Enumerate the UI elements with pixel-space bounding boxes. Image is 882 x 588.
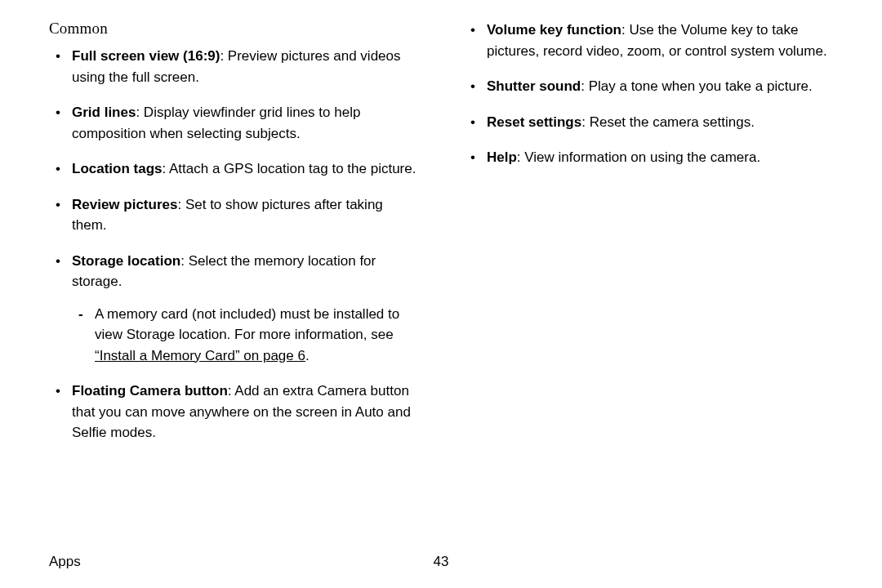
page-footer: Apps 43 (49, 554, 833, 570)
setting-help: Help: View information on using the came… (464, 147, 833, 168)
footer-section-label: Apps (49, 554, 81, 570)
setting-term: Storage location (72, 253, 180, 269)
setting-desc: : View information on using the camera. (517, 149, 760, 165)
setting-term: Volume key function (487, 22, 621, 38)
setting-term: Review pictures (72, 197, 177, 212)
note-post: . (305, 348, 310, 363)
setting-location-tags: Location tags: Attach a GPS location tag… (49, 158, 418, 180)
install-memory-card-link[interactable]: “Install a Memory Card” on page 6 (95, 348, 305, 363)
setting-term: Help (487, 149, 517, 165)
setting-desc: : Attach a GPS location tag to the pictu… (163, 161, 416, 176)
setting-review-pictures: Review pictures: Set to show pictures af… (49, 194, 418, 236)
right-column: Volume key function: Use the Volume key … (464, 20, 833, 458)
setting-reset-settings: Reset settings: Reset the camera setting… (464, 112, 833, 133)
setting-term: Floating Camera button (72, 383, 228, 399)
storage-sublist: A memory card (not included) must be ins… (72, 304, 418, 367)
setting-desc: : Reset the camera settings. (581, 114, 755, 130)
setting-grid-lines: Grid lines: Display viewfinder grid line… (49, 102, 418, 144)
settings-list-left: Full screen view (16:9): Preview picture… (49, 46, 418, 443)
storage-note: A memory card (not included) must be ins… (72, 304, 418, 367)
two-column-layout: Common Full screen view (16:9): Preview … (49, 20, 833, 458)
setting-volume-key-function: Volume key function: Use the Volume key … (464, 20, 833, 61)
settings-list-right: Volume key function: Use the Volume key … (464, 20, 833, 168)
setting-term: Full screen view (16:9) (72, 48, 220, 64)
setting-term: Grid lines (72, 105, 136, 120)
setting-term: Location tags (72, 161, 163, 176)
setting-desc: : Play a tone when you take a picture. (581, 78, 813, 94)
section-heading: Common (49, 20, 418, 38)
setting-full-screen-view: Full screen view (16:9): Preview picture… (49, 46, 418, 87)
setting-term: Shutter sound (487, 78, 581, 94)
setting-storage-location: Storage location: Select the memory loca… (49, 251, 418, 367)
setting-shutter-sound: Shutter sound: Play a tone when you take… (464, 76, 833, 97)
page-number: 43 (434, 554, 449, 570)
note-pre: A memory card (not included) must be ins… (95, 306, 399, 343)
setting-term: Reset settings (487, 114, 581, 130)
setting-floating-camera-button: Floating Camera button: Add an extra Cam… (49, 381, 418, 443)
manual-page: Common Full screen view (16:9): Preview … (0, 0, 882, 588)
left-column: Common Full screen view (16:9): Preview … (49, 20, 418, 458)
